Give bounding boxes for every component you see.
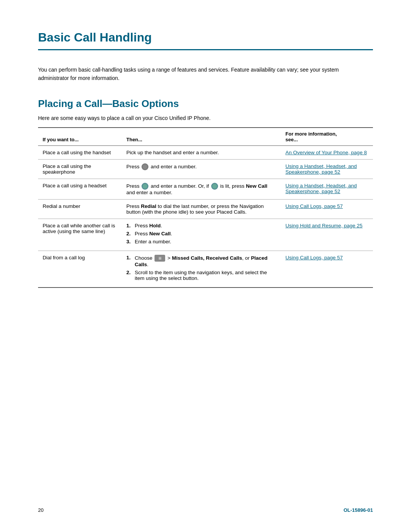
footer-page-number: 20 bbox=[38, 507, 43, 513]
table-row: Redial a number Press Redial to dial the… bbox=[38, 199, 373, 219]
row6-more-link[interactable]: Using Call Logs, page 57 bbox=[285, 255, 343, 260]
table-row: Place a call using the speakerphone Pres… bbox=[38, 159, 373, 179]
row2-then: Press and enter a number. bbox=[122, 159, 281, 179]
row5-more-link[interactable]: Using Hold and Resume, page 25 bbox=[285, 223, 363, 228]
row3-more-link[interactable]: Using a Handset, Headset, and Speakerpho… bbox=[285, 183, 357, 194]
row2-more-link[interactable]: Using a Handset, Headset, and Speakerpho… bbox=[285, 163, 357, 175]
row4-then: Press Redial to dial the last number, or… bbox=[122, 199, 281, 219]
row1-then: Pick up the handset and enter a number. bbox=[122, 145, 281, 159]
row3-more: Using a Handset, Headset, and Speakerpho… bbox=[281, 179, 373, 199]
row3-then: Press and enter a number. Or, if is lit,… bbox=[122, 179, 281, 199]
row2-more: Using a Handset, Headset, and Speakerpho… bbox=[281, 159, 373, 179]
page-container: Basic Call Handling You can perform basi… bbox=[0, 0, 411, 326]
footer-doc-number: OL-15896-01 bbox=[344, 507, 373, 513]
table-row: Place a call while another call is activ… bbox=[38, 219, 373, 251]
table-row: Dial from a call log 1. Choose > Missed … bbox=[38, 251, 373, 288]
row6-want: Dial from a call log bbox=[38, 251, 122, 288]
row4-more: Using Call Logs, page 57 bbox=[281, 199, 373, 219]
col-header-more: For more information, see... bbox=[281, 128, 373, 146]
headset-icon-2 bbox=[211, 183, 218, 190]
section-title: Placing a Call—Basic Options bbox=[38, 98, 373, 110]
row5-steps: 1. Press Hold. 2. Press New Call. 3. Ent… bbox=[126, 223, 276, 244]
row4-want: Redial a number bbox=[38, 199, 122, 219]
step-item: 2. Scroll to the item using the navigati… bbox=[126, 270, 276, 281]
step-item: 1. Choose > Missed Calls, Received Calls… bbox=[126, 255, 276, 267]
col-header-then: Then... bbox=[122, 128, 281, 146]
placing-call-table: If you want to... Then... For more infor… bbox=[38, 127, 373, 288]
row5-then: 1. Press Hold. 2. Press New Call. 3. Ent… bbox=[122, 219, 281, 251]
chapter-rule bbox=[38, 49, 373, 50]
row3-want: Place a call using a headset bbox=[38, 179, 122, 199]
row4-more-link[interactable]: Using Call Logs, page 57 bbox=[285, 203, 343, 209]
table-header-row: If you want to... Then... For more infor… bbox=[38, 128, 373, 146]
menu-icon bbox=[155, 255, 165, 262]
intro-text: You can perform basic call-handling task… bbox=[38, 66, 350, 83]
row6-steps: 1. Choose > Missed Calls, Received Calls… bbox=[126, 255, 276, 281]
step-item: 1. Press Hold. bbox=[126, 223, 276, 228]
section-intro: Here are some easy ways to place a call … bbox=[38, 115, 373, 121]
col-header-more-line2: see... bbox=[285, 137, 298, 142]
row5-more: Using Hold and Resume, page 25 bbox=[281, 219, 373, 251]
table-row: Place a call using the handset Pick up t… bbox=[38, 145, 373, 159]
headset-icon bbox=[142, 183, 148, 190]
row1-want: Place a call using the handset bbox=[38, 145, 122, 159]
row6-then: 1. Choose > Missed Calls, Received Calls… bbox=[122, 251, 281, 288]
table-row: Place a call using a headset Press and e… bbox=[38, 179, 373, 199]
page-footer: 20 OL-15896-01 bbox=[38, 507, 373, 513]
row1-more: An Overview of Your Phone, page 8 bbox=[281, 145, 373, 159]
chapter-title: Basic Call Handling bbox=[38, 30, 373, 45]
row6-more: Using Call Logs, page 57 bbox=[281, 251, 373, 288]
speakerphone-icon bbox=[142, 163, 148, 170]
col-header-more-line1: For more information, bbox=[285, 131, 337, 137]
row5-want: Place a call while another call is activ… bbox=[38, 219, 122, 251]
col-header-want: If you want to... bbox=[38, 128, 122, 146]
step-item: 3. Enter a number. bbox=[126, 239, 276, 244]
step-item: 2. Press New Call. bbox=[126, 231, 276, 236]
row1-more-link[interactable]: An Overview of Your Phone, page 8 bbox=[285, 150, 367, 155]
row2-want: Place a call using the speakerphone bbox=[38, 159, 122, 179]
